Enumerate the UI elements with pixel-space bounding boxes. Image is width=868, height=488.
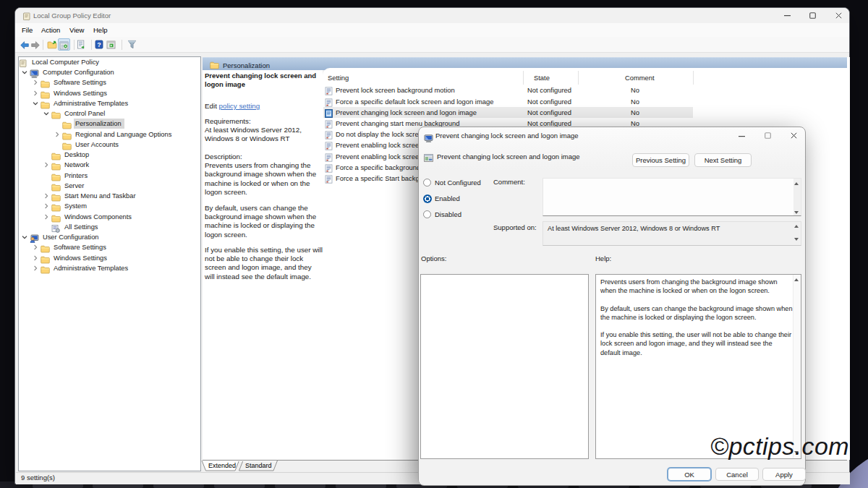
svg-text:?: ? [97, 41, 101, 48]
